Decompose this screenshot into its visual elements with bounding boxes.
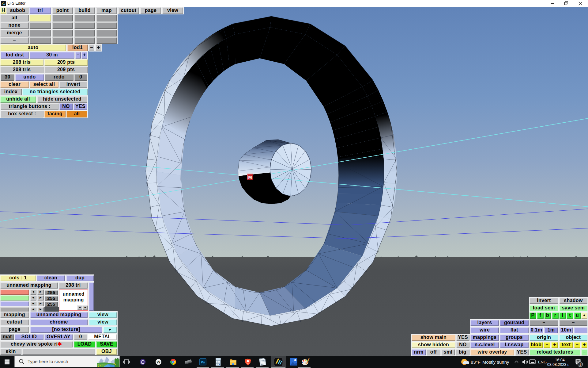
svg-text:Mostly sunny: Mostly sunny xyxy=(482,359,509,365)
svg-text:Type here to search: Type here to search xyxy=(28,359,68,364)
svg-text:16:04: 16:04 xyxy=(555,358,564,362)
svg-text:1: 1 xyxy=(579,363,581,366)
svg-text:83°F: 83°F xyxy=(471,359,481,365)
svg-text:Ps: Ps xyxy=(201,360,205,364)
svg-text:ENG: ENG xyxy=(538,360,547,364)
svg-text:03.08.2023 г.: 03.08.2023 г. xyxy=(547,362,570,367)
svg-text:M: M xyxy=(248,175,252,180)
svg-text:W: W xyxy=(156,360,160,364)
